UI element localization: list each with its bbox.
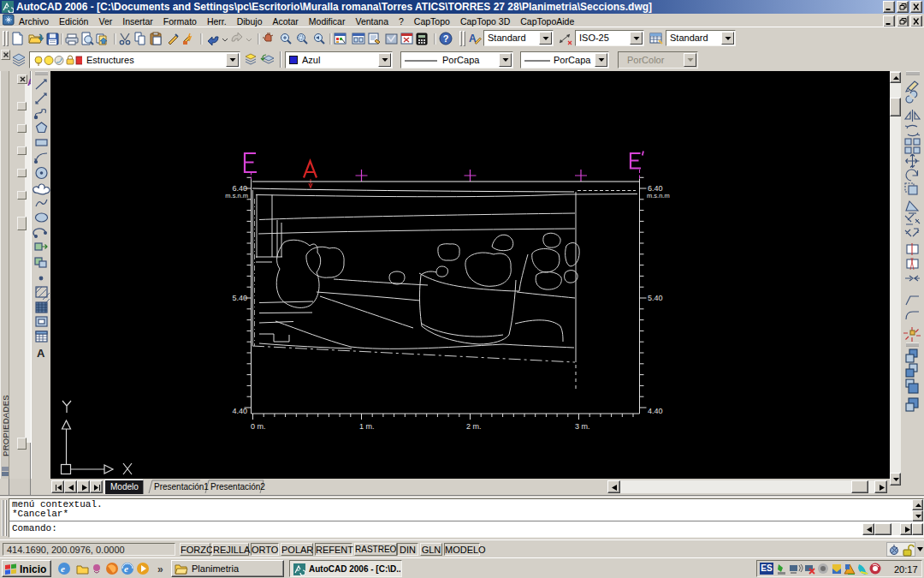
svg-text:m.s.n.m: m.s.n.m bbox=[225, 192, 248, 200]
svg-text:2 m.: 2 m. bbox=[466, 422, 482, 431]
svg-text:»: » bbox=[157, 563, 163, 575]
svg-text:1 m.: 1 m. bbox=[359, 422, 375, 431]
svg-text:?: ? bbox=[443, 33, 449, 44]
svg-text:4.40: 4.40 bbox=[232, 407, 247, 415]
svg-text:A: A bbox=[37, 347, 45, 360]
svg-text:0 m.: 0 m. bbox=[251, 422, 266, 431]
svg-text:m.s.n.m: m.s.n.m bbox=[647, 192, 670, 200]
svg-text:e: e bbox=[124, 563, 128, 574]
svg-text:e: e bbox=[61, 563, 65, 574]
svg-text:5.40: 5.40 bbox=[232, 294, 247, 302]
svg-text:5.40: 5.40 bbox=[648, 294, 663, 302]
svg-text:4.40: 4.40 bbox=[648, 407, 663, 415]
svg-text:3 m.: 3 m. bbox=[575, 422, 590, 431]
